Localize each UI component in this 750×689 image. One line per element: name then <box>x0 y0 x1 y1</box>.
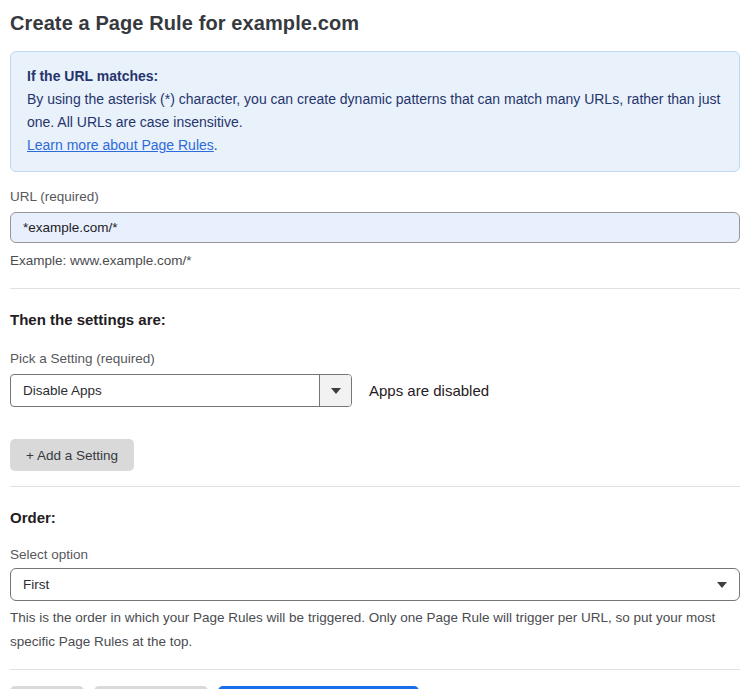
callout-body: By using the asterisk (*) character, you… <box>27 88 723 134</box>
setting-picker-label: Pick a Setting (required) <box>10 351 740 366</box>
url-input[interactable] <box>10 212 740 243</box>
divider <box>10 486 740 487</box>
order-select[interactable]: First <box>10 568 740 601</box>
url-field-label: URL (required) <box>10 189 740 204</box>
order-select-label: Select option <box>10 547 740 562</box>
chevron-down-icon <box>331 388 341 394</box>
setting-dropdown-caret-button[interactable] <box>319 375 351 406</box>
order-section-heading: Order: <box>10 509 740 526</box>
divider <box>10 288 740 289</box>
setting-dropdown-value: Disable Apps <box>11 375 319 406</box>
order-select-value: First <box>23 577 717 592</box>
learn-more-link[interactable]: Learn more about Page Rules <box>27 137 214 153</box>
url-match-callout: If the URL matches: By using the asteris… <box>10 51 740 172</box>
setting-status-text: Apps are disabled <box>369 382 489 399</box>
setting-dropdown[interactable]: Disable Apps <box>10 374 352 407</box>
link-period: . <box>214 137 218 153</box>
callout-link-line: Learn more about Page Rules. <box>27 134 723 157</box>
divider <box>10 669 740 670</box>
page-title: Create a Page Rule for example.com <box>10 12 740 35</box>
chevron-down-icon <box>717 582 727 588</box>
order-helper-text: This is the order in which your Page Rul… <box>10 606 740 654</box>
setting-row: Disable Apps Apps are disabled <box>10 374 740 407</box>
callout-heading: If the URL matches: <box>27 65 723 88</box>
callout-body-text: By using the asterisk (*) character, you… <box>27 91 720 130</box>
url-example-helper: Example: www.example.com/* <box>10 249 740 273</box>
settings-section-heading: Then the settings are: <box>10 311 740 328</box>
add-setting-button[interactable]: + Add a Setting <box>10 439 134 471</box>
